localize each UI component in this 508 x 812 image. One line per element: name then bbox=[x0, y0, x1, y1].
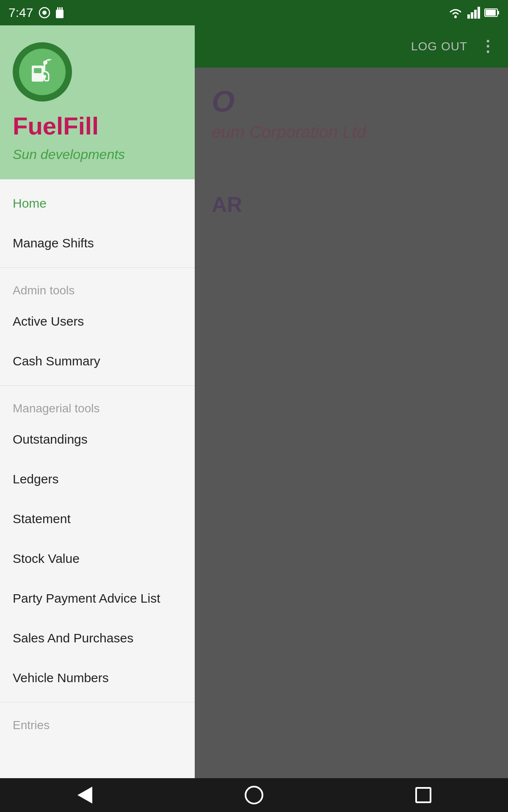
section-header-entries: Entries bbox=[0, 707, 195, 736]
svg-point-18 bbox=[43, 75, 46, 78]
menu-item-cash-summary[interactable]: Cash Summary bbox=[0, 341, 195, 381]
drawer-header: FuelFill Sun developments bbox=[0, 25, 195, 179]
menu-item-home[interactable]: Home bbox=[0, 184, 195, 223]
battery-icon bbox=[484, 8, 500, 18]
svg-rect-5 bbox=[61, 7, 63, 11]
svg-rect-10 bbox=[478, 7, 480, 19]
back-icon bbox=[77, 787, 92, 804]
svg-point-1 bbox=[42, 11, 47, 15]
svg-rect-3 bbox=[57, 7, 58, 11]
menu-item-outstandings[interactable]: Outstandings bbox=[0, 420, 195, 459]
menu-item-active-users[interactable]: Active Users bbox=[0, 302, 195, 341]
divider-admin bbox=[0, 267, 195, 268]
more-options-button[interactable]: ⋮ bbox=[480, 38, 495, 55]
svg-rect-13 bbox=[497, 11, 499, 14]
drawer-menu: Home Manage Shifts Admin tools Active Us… bbox=[0, 179, 195, 778]
menu-item-sales-purchases[interactable]: Sales And Purchases bbox=[0, 618, 195, 658]
status-icons bbox=[38, 6, 65, 19]
nav-back-button[interactable] bbox=[72, 782, 97, 808]
menu-item-party-payment[interactable]: Party Payment Advice List bbox=[0, 579, 195, 618]
home-icon bbox=[245, 786, 263, 804]
svg-rect-14 bbox=[32, 66, 44, 82]
status-bar: 7:47 bbox=[0, 0, 508, 25]
svg-rect-7 bbox=[467, 14, 470, 19]
drawer-overlay[interactable] bbox=[195, 68, 508, 778]
divider-managerial bbox=[0, 385, 195, 386]
status-time: 7:47 bbox=[8, 5, 33, 20]
menu-item-ledgers[interactable]: Ledgers bbox=[0, 459, 195, 499]
company-name: Sun developments bbox=[13, 147, 182, 162]
status-bar-right bbox=[448, 7, 500, 19]
sd-card-icon bbox=[54, 6, 65, 19]
section-header-managerial: Managerial tools bbox=[0, 390, 195, 420]
logout-button[interactable]: LOG OUT bbox=[411, 40, 467, 53]
menu-item-statement[interactable]: Statement bbox=[0, 499, 195, 539]
menu-item-vehicle-numbers[interactable]: Vehicle Numbers bbox=[0, 658, 195, 698]
app-logo bbox=[13, 42, 72, 102]
svg-rect-4 bbox=[59, 7, 61, 11]
svg-rect-9 bbox=[474, 10, 477, 19]
app-name: FuelFill bbox=[13, 112, 182, 140]
svg-rect-12 bbox=[486, 10, 496, 16]
fuel-pump-icon bbox=[28, 57, 57, 87]
svg-point-6 bbox=[454, 16, 457, 18]
svg-rect-8 bbox=[471, 12, 473, 19]
navigation-drawer: FuelFill Sun developments Home Manage Sh… bbox=[0, 25, 195, 778]
section-header-admin: Admin tools bbox=[0, 272, 195, 302]
bottom-navigation bbox=[0, 778, 508, 812]
wifi-icon bbox=[448, 7, 463, 19]
svg-rect-15 bbox=[34, 68, 41, 73]
divider-entries bbox=[0, 702, 195, 702]
signal-icon bbox=[467, 7, 480, 19]
app-bar: LOG OUT ⋮ bbox=[195, 25, 508, 68]
recent-icon bbox=[415, 787, 431, 803]
status-bar-left: 7:47 bbox=[8, 5, 65, 20]
menu-item-stock-value[interactable]: Stock Value bbox=[0, 539, 195, 579]
logo-inner bbox=[19, 49, 66, 95]
nav-recent-button[interactable] bbox=[411, 782, 436, 808]
nav-home-button[interactable] bbox=[241, 782, 267, 808]
menu-item-manage-shifts[interactable]: Manage Shifts bbox=[0, 223, 195, 263]
sim-icon bbox=[38, 6, 51, 19]
